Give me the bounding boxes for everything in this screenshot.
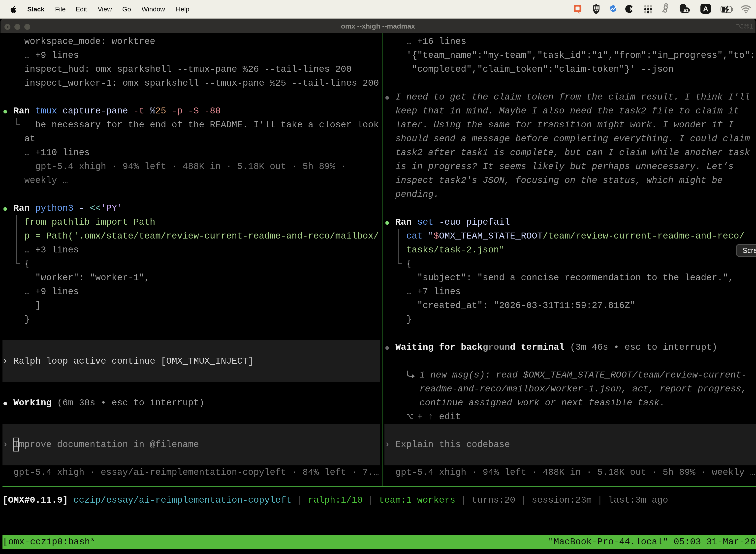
svg-text:A: A [703, 5, 708, 13]
svg-text:..61: ..61 [681, 8, 689, 13]
svg-text:1: 1 [750, 23, 753, 30]
